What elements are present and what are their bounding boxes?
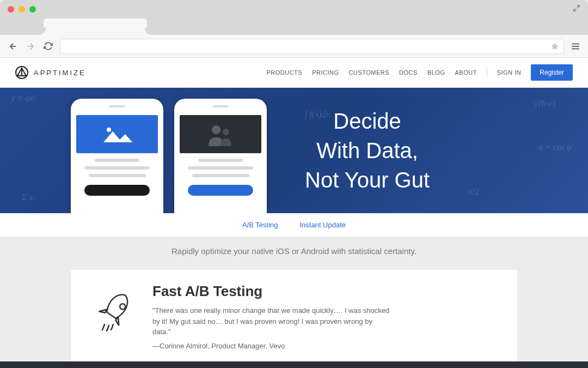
page-viewport: APPTIMIZE PRODUCTS PRICING CUSTOMERS DOC…: [0, 58, 588, 368]
tab-strip: [0, 19, 588, 35]
minimize-window-button[interactable]: [19, 6, 25, 13]
brand-logo-icon: [15, 66, 28, 79]
sub-nav: A/B Testing Instant Update: [0, 213, 588, 237]
hamburger-menu-button[interactable]: [571, 41, 580, 51]
bookmark-star-icon[interactable]: [550, 42, 559, 51]
maximize-window-button[interactable]: [29, 6, 36, 13]
rocket-icon: [93, 286, 136, 335]
browser-chrome: [0, 0, 588, 58]
url-input[interactable]: [60, 39, 564, 54]
close-window-button[interactable]: [8, 6, 14, 13]
feature-section-onboarding: Improve Onboarding "If you don't nail on…: [0, 361, 588, 368]
browser-tab[interactable]: [44, 19, 147, 35]
nav-products[interactable]: PRODUCTS: [266, 69, 302, 76]
tagline: Rapidly optimize your native iOS or Andr…: [0, 246, 588, 256]
browser-toolbar: [0, 35, 588, 58]
feature-body: Fast A/B Testing "There was one really m…: [152, 283, 392, 351]
nav-about[interactable]: ABOUT: [455, 69, 476, 76]
brand[interactable]: APPTIMIZE: [15, 66, 86, 79]
site-header: APPTIMIZE PRODUCTS PRICING CUSTOMERS DOC…: [0, 58, 588, 88]
brand-name: APPTIMIZE: [34, 69, 86, 77]
hero-background-formulas: y = ax² ∫ f(x)dx n = cos φ Σ xᵢ √(b-c) π…: [0, 88, 588, 213]
subnav-instant-update[interactable]: Instant Update: [299, 221, 346, 229]
expand-icon[interactable]: [573, 4, 580, 12]
feature-title: Fast A/B Testing: [152, 283, 392, 300]
nav-pricing[interactable]: PRICING: [312, 69, 339, 76]
nav-divider: [487, 69, 487, 76]
reload-button[interactable]: [42, 41, 53, 52]
feature-quote: "There was one really minor change that …: [152, 305, 392, 337]
nav-blog[interactable]: BLOG: [427, 69, 445, 76]
hero-banner: y = ax² ∫ f(x)dx n = cos φ Σ xᵢ √(b-c) π…: [0, 88, 588, 213]
nav-customers[interactable]: CUSTOMERS: [349, 69, 390, 76]
feature-card-ab: Fast A/B Testing "There was one really m…: [71, 270, 517, 362]
feature-attribution: —Corinne Almirol, Product Manager, Vevo: [152, 341, 392, 352]
back-button[interactable]: [8, 41, 19, 52]
register-button[interactable]: Register: [531, 64, 573, 81]
nav-docs[interactable]: DOCS: [399, 69, 418, 76]
site-nav: PRODUCTS PRICING CUSTOMERS DOCS BLOG ABO…: [266, 64, 573, 81]
nav-signin[interactable]: SIGN IN: [497, 69, 521, 76]
intro-section: Rapidly optimize your native iOS or Andr…: [0, 237, 588, 362]
window-titlebar: [0, 0, 588, 19]
traffic-lights: [8, 6, 36, 13]
subnav-ab-testing[interactable]: A/B Testing: [242, 221, 278, 229]
forward-button[interactable]: [25, 41, 36, 52]
